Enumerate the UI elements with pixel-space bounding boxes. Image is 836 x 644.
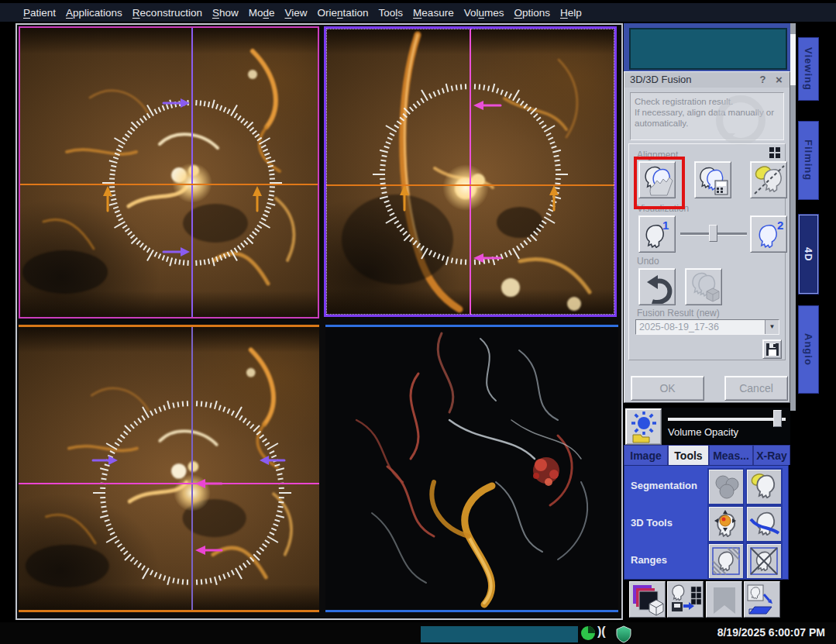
head-sphere-arrows-icon [710,508,741,539]
opacity-slider-handle[interactable] [773,410,782,427]
grid-layout-icon[interactable] [769,147,780,158]
link-status-icon: )( [597,625,606,639]
menu-item-view[interactable]: View [284,7,307,19]
landmark-alignment-button[interactable] [750,161,787,198]
menu-item-volumes[interactable]: Volumes [464,7,504,19]
menu-item-orientation[interactable]: Orientation [318,7,369,19]
3d-clip-curve-button[interactable] [745,505,783,542]
segmentation-label: Segmentation [631,480,697,491]
3d-move-object-button[interactable] [707,505,745,542]
bookmark-button[interactable] [706,581,742,618]
fusion-result-label: Fusion Result (new) [637,308,720,319]
export-to-folder-button[interactable] [744,581,780,618]
menu-item-reconstruction[interactable]: Reconstruction [132,7,202,19]
menu-item-patient[interactable]: Patient [23,7,56,19]
segmentation-region-button[interactable] [707,468,745,505]
panel-scrollbar[interactable] [790,23,796,411]
range-excluded-button[interactable] [745,542,783,580]
redacted-status-info [421,626,578,642]
sun-brightness-icon [628,411,660,443]
workflow-tab-viewing[interactable]: Viewing [798,37,819,101]
panel-scrollbar-thumb[interactable] [790,34,796,85]
close-icon[interactable]: × [772,73,786,86]
undo-button[interactable] [638,268,676,305]
vessel-3d-image [325,327,618,610]
ranges-label: Ranges [631,554,667,566]
head-blue-curve-icon [748,508,779,539]
volume-opacity-row: Volume Opacity [624,408,790,444]
svg-text:2: 2 [777,219,783,232]
restore-fusion-button-disabled[interactable] [685,268,722,305]
fusion-result-value: 2025-08-19_17-36 [639,322,719,332]
svg-text:1: 1 [662,219,669,232]
menu-item-help[interactable]: Help [560,7,582,19]
save-fusion-button[interactable] [762,339,782,359]
application-window: PatientApplicationsReconstructionShowMod… [0,0,836,644]
menu-item-tools[interactable]: Tools [379,7,404,19]
menu-item-show[interactable]: Show [212,7,239,19]
status-bar: )( 8/19/2025 6:00:07 PM [0,622,836,644]
workflow-tab-angio[interactable]: Angio [798,305,819,394]
quadrant-top-left[interactable] [19,26,319,319]
fusion-dialog: 3D/3D Fusion ? × Check registration resu… [624,71,790,403]
auto-alignment-button[interactable] [694,161,731,198]
head-lemon-icon [748,471,779,502]
layout-stack-button[interactable] [629,581,666,618]
volume-opacity-label: Volume Opacity [668,426,738,438]
workflow-tab-filming[interactable]: Filming [798,121,819,200]
volume-opacity-button[interactable] [625,408,662,445]
tool-panel: Segmentation 3D Tools Ranges [624,465,789,580]
pie-status-icon [580,625,596,641]
range-hatched-button[interactable] [707,542,745,580]
blob-region-icon [710,471,741,502]
ok-button[interactable]: OK [631,376,704,401]
bright-vessel-spot [442,164,489,211]
head-hatched-icon [710,546,741,577]
image-viewport [15,23,623,620]
help-icon[interactable]: ? [756,73,769,86]
tool-tab-bar: ImageToolsMeas...X-Ray [624,445,790,465]
segmentation-head-button[interactable] [745,468,783,505]
active-tool-highlight [634,157,685,209]
menu-bar: PatientApplicationsReconstructionShowMod… [0,3,836,22]
redacted-patient-info [629,28,787,70]
floppy-disk-icon [764,341,781,358]
tool-tab-tools[interactable]: Tools [668,445,709,465]
fusion-result-dropdown[interactable]: 2025-08-19_17-36 ▼ [635,319,779,335]
bookmark-icon [707,583,741,616]
cancel-button[interactable]: Cancel [724,376,788,401]
stacked-volumes-icon [631,583,664,616]
export-to-film-button[interactable] [667,581,704,618]
show-volume-1-button[interactable]: 1 [638,215,676,253]
dropdown-arrow-icon[interactable]: ▼ [765,320,779,334]
menu-item-mode[interactable]: Mode [249,7,275,19]
datetime-display: 8/19/2025 6:00:07 PM [717,626,825,639]
tool-tab-xray[interactable]: X-Ray [753,445,790,465]
quadrant-3d-rendering[interactable] [325,325,618,612]
tool-tab-meas[interactable]: Meas... [709,445,753,465]
opacity-slider-track[interactable] [668,418,786,420]
tool-tab-image[interactable]: Image [624,445,668,465]
head-crossed-icon [748,546,779,577]
menu-item-applications[interactable]: Applications [66,7,122,19]
hint-watermark-icon [716,95,765,145]
show-volume-2-button[interactable]: 2 [750,215,787,253]
menu-item-options[interactable]: Options [514,7,550,19]
fusion-controls-group: Alignment Visualization 1 2 [628,143,786,360]
patient-info-card [624,23,790,71]
3d-tools-label: 3D Tools [631,517,673,529]
workflow-tab-4d[interactable]: 4D [798,214,819,294]
quadrant-top-right-active[interactable] [324,26,617,317]
head-to-folder-icon [745,583,779,616]
blend-slider-handle[interactable] [709,225,717,242]
menu-item-measure[interactable]: Measure [413,7,454,19]
quadrant-bottom-left[interactable] [19,325,319,612]
head-to-filmsheet-icon [669,583,702,616]
shield-status-icon [616,625,631,643]
undo-label: Undo [637,256,659,267]
